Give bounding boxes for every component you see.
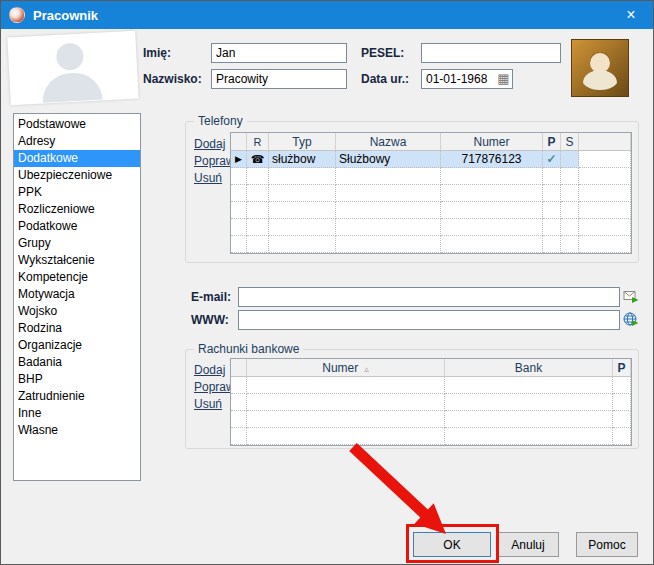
cell-filler (579, 185, 631, 202)
cell-bank (445, 394, 613, 411)
sidebar-item-ppk[interactable]: PPK (14, 184, 140, 201)
sidebar-item-rodzina[interactable]: Rodzina (14, 320, 140, 337)
pesel-input[interactable] (421, 43, 561, 63)
table-row[interactable]: ▶☎służbowSłużbowy717876123✓ (231, 151, 631, 168)
avatar-person-icon (572, 40, 628, 96)
empty-row[interactable] (231, 185, 631, 202)
cell-nazwa (336, 219, 441, 236)
column-header-sel[interactable] (231, 133, 247, 151)
ok-button[interactable]: OK (413, 532, 491, 557)
cell-typ (269, 202, 336, 219)
cell-sel: ▶ (231, 151, 247, 168)
empty-row[interactable] (231, 411, 631, 428)
column-header-filler[interactable] (579, 133, 631, 151)
www-input[interactable] (238, 310, 620, 330)
sidebar-item-rozliczeniowe[interactable]: Rozliczeniowe (14, 201, 140, 218)
cell-nazwa (336, 168, 441, 185)
sidebar-item-wojsko[interactable]: Wojsko (14, 303, 140, 320)
banks-add-link[interactable]: Dodaj (194, 363, 225, 377)
column-header-nazwa[interactable]: Nazwa (336, 133, 441, 151)
phones-edit-link[interactable]: Popraw (194, 154, 235, 168)
phones-group-label: Telefony (194, 114, 247, 128)
cell-numer (441, 168, 543, 185)
cell-typ (269, 185, 336, 202)
cell-filler (579, 202, 631, 219)
sidebar-item-inne[interactable]: Inne (14, 405, 140, 422)
sidebar-item-własne[interactable]: Własne (14, 422, 140, 439)
watermark-photo (7, 31, 138, 106)
column-header-s[interactable]: S (561, 133, 579, 151)
cell-numer (247, 411, 445, 428)
cell-sel (231, 168, 247, 185)
cell-s (561, 168, 579, 185)
empty-row[interactable] (231, 219, 631, 236)
cell-numer (441, 202, 543, 219)
email-input[interactable] (238, 287, 620, 307)
close-icon: × (626, 6, 635, 24)
sidebar-item-adresy[interactable]: Adresy (14, 133, 140, 150)
sidebar-item-wykształcenie[interactable]: Wykształcenie (14, 252, 140, 269)
column-header-p[interactable]: P (613, 359, 631, 377)
help-button[interactable]: Pomoc (576, 532, 638, 557)
empty-row[interactable] (231, 236, 631, 253)
cell-nazwa (336, 236, 441, 253)
empty-row[interactable] (231, 394, 631, 411)
email-send-icon[interactable] (623, 288, 639, 304)
cell-sel (231, 236, 247, 253)
imie-input[interactable] (211, 43, 347, 63)
person-silhouette-body (41, 72, 102, 103)
empty-row[interactable] (231, 428, 631, 445)
sidebar-item-dodatkowe[interactable]: Dodatkowe (14, 150, 140, 167)
empty-row[interactable] (231, 168, 631, 185)
app-logo-icon (9, 7, 25, 23)
calendar-icon[interactable]: ▦ (496, 70, 511, 87)
column-header-sel[interactable] (231, 359, 247, 377)
sidebar-item-bhp[interactable]: BHP (14, 371, 140, 388)
column-header-r[interactable]: R (247, 133, 269, 151)
column-header-p[interactable]: P (543, 133, 561, 151)
cell-bank (445, 428, 613, 445)
sidebar-item-kompetencje[interactable]: Kompetencje (14, 269, 140, 286)
phones-delete-link[interactable]: Usuń (194, 171, 222, 185)
cancel-button[interactable]: Anuluj (497, 532, 559, 557)
cell-p (613, 428, 631, 445)
sidebar-item-ubezpieczeniowe[interactable]: Ubezpieczeniowe (14, 167, 140, 184)
sidebar-item-motywacja[interactable]: Motywacja (14, 286, 140, 303)
cell-sel (231, 411, 247, 428)
sidebar-item-podstawowe[interactable]: Podstawowe (14, 116, 140, 133)
phones-table: RTypNazwaNumerPS▶☎służbowSłużbowy7178761… (230, 132, 632, 254)
nazwisko-input[interactable] (211, 69, 347, 89)
column-header-typ[interactable]: Typ (269, 133, 336, 151)
column-header-bank[interactable]: Bank (445, 359, 613, 377)
cell-nazwa (336, 202, 441, 219)
banks-edit-link[interactable]: Popraw (194, 380, 235, 394)
column-header-numer[interactable]: Numer▵ (247, 359, 445, 377)
sidebar-item-organizacje[interactable]: Organizacje (14, 337, 140, 354)
sidebar-item-badania[interactable]: Badania (14, 354, 140, 371)
cell-filler (579, 219, 631, 236)
bank-accounts-group: Rachunki bankowe Dodaj Popraw Usuń Numer… (185, 349, 639, 449)
sidebar-list: PodstawoweAdresyDodatkoweUbezpieczeniowe… (13, 113, 141, 481)
cell-numer (441, 236, 543, 253)
sidebar-item-grupy[interactable]: Grupy (14, 235, 140, 252)
empty-row[interactable] (231, 377, 631, 394)
phones-add-link[interactable]: Dodaj (194, 137, 225, 151)
pracownik-dialog: { "window": { "title": "Pracownik", "clo… (0, 0, 654, 565)
sidebar-item-zatrudnienie[interactable]: Zatrudnienie (14, 388, 140, 405)
banks-delete-link[interactable]: Usuń (194, 397, 222, 411)
sidebar-item-podatkowe[interactable]: Podatkowe (14, 218, 140, 235)
close-button[interactable]: × (609, 1, 653, 29)
table-header-row: RTypNazwaNumerPS (231, 133, 631, 151)
cell-typ (269, 236, 336, 253)
sort-icon: ▵ (364, 364, 369, 374)
cell-p (613, 394, 631, 411)
cell-sel (231, 377, 247, 394)
empty-row[interactable] (231, 202, 631, 219)
person-silhouette-icon (56, 42, 84, 70)
cell-numer (247, 377, 445, 394)
www-globe-icon[interactable] (623, 311, 639, 327)
cell-s (561, 202, 579, 219)
cell-filler (579, 151, 631, 168)
cell-numer (247, 394, 445, 411)
column-header-numer[interactable]: Numer (441, 133, 543, 151)
